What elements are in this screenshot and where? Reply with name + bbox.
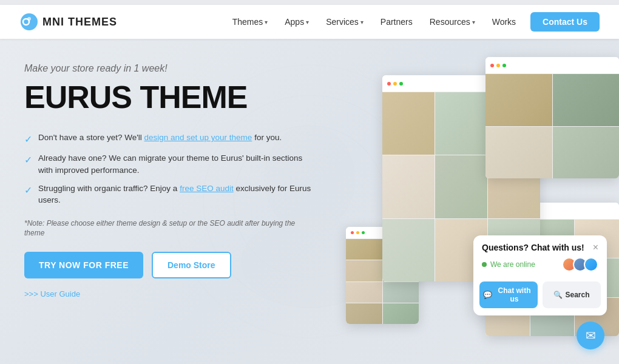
cell-bl bbox=[346, 282, 382, 303]
nav-themes[interactable]: Themes ▾ bbox=[225, 13, 276, 30]
cell-bl bbox=[383, 303, 419, 324]
chat-bubble-button[interactable]: ✉ bbox=[577, 322, 604, 349]
check-icon-3: ✓ bbox=[24, 183, 32, 197]
dot-red-bl bbox=[351, 231, 354, 234]
feature-text-3: Struggling with organic traffic? Enjoy a… bbox=[38, 183, 316, 206]
feature-item-3: ✓ Struggling with organic traffic? Enjoy… bbox=[24, 183, 316, 206]
feature-item-1: ✓ Don't have a store yet? We'll design a… bbox=[24, 132, 316, 146]
themes-chevron-icon: ▾ bbox=[265, 19, 268, 25]
logo-text: MNI THEMES bbox=[42, 16, 117, 29]
header: MNI THEMES Themes ▾ Apps ▾ Services ▾ Pa… bbox=[0, 5, 619, 39]
cell-bl bbox=[346, 303, 382, 324]
nav-apps[interactable]: Apps ▾ bbox=[277, 13, 316, 30]
dot-green-tr bbox=[502, 64, 506, 67]
hero-subtitle: Make your store ready in 1 week! bbox=[24, 63, 316, 74]
cell-bl bbox=[383, 282, 419, 303]
product-cell bbox=[435, 92, 487, 155]
svg-point-2 bbox=[27, 17, 31, 21]
resources-chevron-icon: ▾ bbox=[472, 19, 475, 25]
dot-yellow-bl bbox=[356, 231, 359, 234]
design-link[interactable]: design and set up your theme bbox=[144, 133, 252, 142]
nav-resources[interactable]: Resources ▾ bbox=[422, 13, 482, 30]
check-icon-2: ✓ bbox=[24, 153, 32, 167]
hero-section: Make your store ready in 1 week! EURUS T… bbox=[0, 39, 619, 364]
hero-content: Make your store ready in 1 week! EURUS T… bbox=[24, 63, 316, 299]
logo[interactable]: MNI THEMES bbox=[19, 12, 117, 32]
nav-services[interactable]: Services ▾ bbox=[319, 13, 371, 30]
dot-yellow bbox=[393, 82, 397, 86]
grid-tr bbox=[485, 74, 619, 178]
cell-tr bbox=[485, 74, 552, 126]
apps-chevron-icon: ▾ bbox=[306, 19, 309, 25]
nav-works[interactable]: Works bbox=[485, 13, 523, 30]
chat-close-button[interactable]: × bbox=[593, 243, 598, 252]
feature-text-2: Already have one? We can migrate your th… bbox=[38, 152, 316, 176]
top-bar bbox=[0, 0, 619, 5]
chat-status: We are online bbox=[473, 257, 607, 277]
demo-store-button[interactable]: Demo Store bbox=[152, 252, 231, 278]
dot-yellow-tr bbox=[496, 64, 500, 67]
sc-header-tr bbox=[485, 57, 619, 74]
screenshot-top-right bbox=[485, 57, 619, 178]
agent-avatar-3 bbox=[584, 257, 598, 272]
cell-bl bbox=[346, 260, 382, 281]
chat-widget: Questions? Chat with us! × We are online… bbox=[473, 235, 607, 315]
status-indicator bbox=[482, 262, 487, 267]
feature-item-2: ✓ Already have one? We can migrate your … bbox=[24, 152, 316, 176]
search-icon: 🔍 bbox=[553, 291, 563, 299]
cell-tr bbox=[485, 127, 552, 179]
dot-green bbox=[399, 82, 403, 86]
product-cell bbox=[382, 92, 435, 155]
feature-text-1: Don't have a store yet? We'll design and… bbox=[38, 132, 282, 144]
chat-icon: 💬 bbox=[483, 291, 492, 299]
services-chevron-icon: ▾ bbox=[360, 19, 364, 25]
main-nav: Themes ▾ Apps ▾ Services ▾ Partners Reso… bbox=[225, 12, 600, 32]
chat-widget-header: Questions? Chat with us! × bbox=[473, 235, 607, 257]
hero-title: EURUS THEME bbox=[24, 80, 316, 115]
product-cell bbox=[382, 155, 435, 218]
status-text: We are online bbox=[490, 260, 535, 269]
feature-list: ✓ Don't have a store yet? We'll design a… bbox=[24, 132, 316, 206]
cell-tr bbox=[553, 127, 620, 179]
logo-icon bbox=[19, 12, 39, 32]
try-free-button[interactable]: TRY NOW FOR FREE bbox=[24, 252, 143, 278]
contact-button[interactable]: Contact Us bbox=[530, 12, 600, 32]
dot-red-tr bbox=[490, 64, 494, 67]
chat-actions: 💬 Chat with us 🔍 Search bbox=[473, 277, 607, 315]
nav-partners[interactable]: Partners bbox=[373, 13, 420, 30]
seo-link[interactable]: free SEO audit bbox=[180, 184, 234, 193]
chat-widget-title: Questions? Chat with us! bbox=[482, 243, 584, 252]
user-guide-link[interactable]: >>> User Guide bbox=[24, 289, 80, 298]
product-cell bbox=[382, 219, 435, 281]
cell-bl bbox=[346, 239, 382, 260]
dot-red bbox=[387, 82, 391, 86]
product-cell bbox=[435, 155, 487, 218]
chat-button[interactable]: 💬 Chat with us bbox=[479, 281, 538, 308]
feature-note: *Note: Please choose either theme design… bbox=[24, 218, 316, 239]
chat-bubble-icon: ✉ bbox=[586, 328, 596, 343]
agent-avatars bbox=[562, 257, 598, 272]
cell-tr bbox=[553, 74, 620, 126]
dot-green-bl bbox=[362, 231, 365, 234]
cta-buttons: TRY NOW FOR FREE Demo Store bbox=[24, 252, 316, 278]
search-button[interactable]: 🔍 Search bbox=[543, 281, 601, 308]
check-icon-1: ✓ bbox=[24, 132, 32, 146]
